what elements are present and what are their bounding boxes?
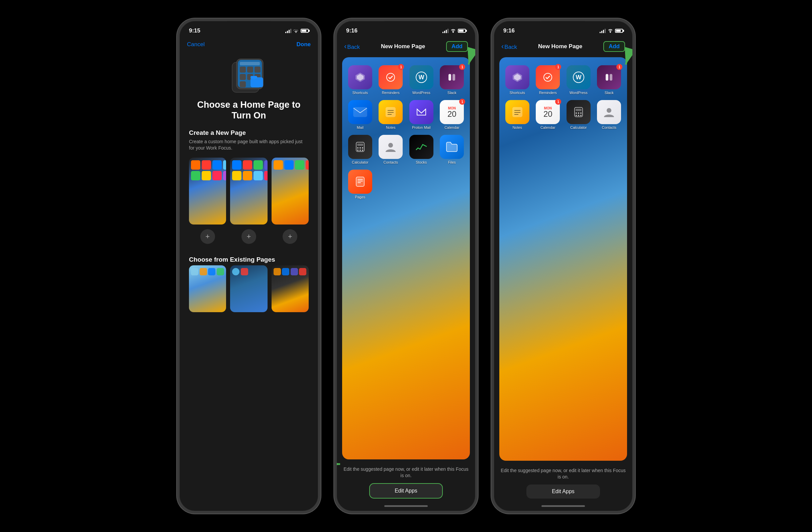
app-wordpress-2[interactable]: W WordPress — [409, 65, 434, 95]
phone-2: 9:16 Back New Home Page Add — [334, 18, 478, 514]
home-screen-apps-2: Shortcuts 1 Reminders W WordPress — [342, 57, 470, 204]
svg-text:W: W — [576, 74, 581, 81]
status-icons-2 — [443, 28, 466, 33]
add-page-2[interactable]: + — [230, 227, 267, 244]
svg-point-58 — [578, 115, 579, 116]
svg-rect-20 — [448, 74, 451, 81]
edit-apps-button-3[interactable]: Edit Apps — [526, 485, 600, 499]
app-reminders-2[interactable]: 1 Reminders — [378, 65, 404, 95]
status-icons-3 — [600, 28, 623, 33]
home-screen-preview-3: Shortcuts 1 Reminders W WordPress — [499, 57, 627, 461]
svg-rect-6 — [255, 67, 261, 73]
add-button-3[interactable]: Add — [603, 41, 625, 52]
add-page-3[interactable]: + — [272, 227, 309, 244]
bottom-info-2: Edit the suggested page now, or edit it … — [337, 462, 475, 483]
time-1: 9:15 — [189, 27, 200, 34]
app-pages-2[interactable]: Pages — [347, 170, 373, 199]
app-slack-3[interactable]: 1 Slack — [597, 65, 622, 95]
phone-3: 9:16 Back New Home Page Add — [491, 18, 635, 514]
battery-icon-1 — [301, 29, 309, 33]
existing-section-title: Choose from Existing Pages — [189, 256, 309, 263]
svg-rect-7 — [240, 74, 246, 80]
svg-rect-36 — [356, 177, 364, 186]
create-section-desc: Create a custom home page built with app… — [189, 139, 309, 152]
status-bar-2: 9:16 — [337, 21, 475, 39]
svg-point-55 — [578, 112, 579, 114]
time-2: 9:16 — [346, 27, 358, 34]
app-calendar-2[interactable]: 1 MON 20 Calendar — [439, 100, 465, 129]
svg-rect-37 — [358, 179, 363, 180]
existing-thumb-3[interactable] — [272, 265, 309, 312]
app-slack-2[interactable]: 1 Slack — [439, 65, 465, 95]
nav-title-3: New Home Page — [538, 43, 582, 50]
svg-point-32 — [357, 149, 359, 151]
nav-title-2: New Home Page — [381, 43, 425, 50]
app-notes-2[interactable]: Notes — [378, 100, 404, 129]
app-calendar-3[interactable]: 1 MON 20 Calendar — [535, 100, 561, 129]
app-wordpress-3[interactable]: W WordPress — [566, 65, 591, 95]
app-contacts-2[interactable]: Contacts — [378, 135, 404, 164]
svg-rect-10 — [240, 81, 246, 87]
svg-rect-38 — [358, 181, 363, 181]
app-reminders-3[interactable]: 1 Reminders — [535, 65, 561, 95]
time-3: 9:16 — [503, 27, 515, 34]
svg-point-29 — [357, 147, 359, 148]
app-shortcuts-2[interactable]: Shortcuts — [347, 65, 373, 95]
phone1-content: Choose a Home Page to Turn On Create a N… — [179, 51, 318, 511]
status-icons-1 — [285, 28, 309, 33]
svg-point-59 — [580, 115, 582, 116]
home-screen-apps-3: Shortcuts 1 Reminders W WordPress — [499, 57, 627, 135]
create-section-title: Create a New Page — [189, 129, 309, 136]
home-screen-preview-2: Shortcuts 1 Reminders W WordPress — [342, 57, 470, 459]
svg-rect-12 — [250, 76, 257, 78]
app-mail-2[interactable]: Mail — [347, 100, 373, 129]
page-thumb-2[interactable] — [230, 158, 267, 225]
svg-point-60 — [607, 108, 611, 113]
add-button-2[interactable]: Add — [446, 41, 468, 52]
svg-point-31 — [362, 147, 363, 148]
svg-point-54 — [576, 112, 577, 114]
add-page-1[interactable]: + — [189, 227, 226, 244]
page-thumb-1[interactable] — [189, 158, 226, 225]
nav-bar-2: Back New Home Page Add — [337, 39, 475, 55]
existing-section: Choose from Existing Pages — [189, 256, 309, 312]
phone2-home-content: Shortcuts 1 Reminders W WordPress — [337, 55, 475, 511]
signal-icon-1 — [285, 28, 291, 33]
existing-thumbs — [189, 265, 309, 312]
app-calculator-3[interactable]: Calculator — [566, 100, 591, 129]
back-button-3[interactable]: Back — [501, 42, 517, 51]
app-files-2[interactable]: Files — [439, 135, 465, 164]
page-thumb-3[interactable] — [272, 158, 309, 225]
wifi-icon-3 — [608, 29, 613, 33]
phone-1: 9:15 Cancel Done — [177, 18, 321, 514]
battery-icon-2 — [458, 29, 466, 33]
app-notes-3[interactable]: Notes — [505, 100, 530, 129]
app-protonmail-2[interactable]: Proton Mail — [409, 100, 434, 129]
done-button[interactable]: Done — [296, 41, 311, 48]
cancel-button[interactable]: Cancel — [187, 41, 205, 48]
edit-apps-button-2[interactable]: Edit Apps — [369, 483, 443, 499]
wifi-icon-2 — [450, 29, 456, 33]
app-shortcuts-3[interactable]: Shortcuts — [505, 65, 530, 95]
svg-rect-28 — [357, 144, 363, 146]
svg-point-35 — [388, 143, 393, 147]
app-contacts-3[interactable]: Contacts — [597, 100, 622, 129]
svg-point-57 — [576, 115, 577, 116]
svg-rect-11 — [250, 77, 263, 87]
svg-text:W: W — [418, 74, 424, 81]
page-thumbnails — [189, 158, 309, 225]
existing-thumb-1[interactable] — [189, 265, 226, 312]
nav-bar-1: Cancel Done — [179, 39, 318, 51]
app-calculator-2[interactable]: Calculator — [347, 135, 373, 164]
app-stocks-2[interactable]: Stocks — [409, 135, 434, 164]
home-page-icon — [230, 57, 267, 94]
svg-point-34 — [362, 149, 363, 151]
phone1-title: Choose a Home Page to Turn On — [189, 99, 309, 121]
svg-rect-3 — [240, 62, 260, 65]
status-bar-1: 9:15 — [179, 21, 318, 39]
home-indicator-3 — [541, 505, 585, 507]
existing-thumb-2[interactable] — [230, 265, 267, 312]
svg-point-30 — [360, 147, 361, 148]
svg-rect-4 — [240, 67, 246, 73]
back-button-2[interactable]: Back — [344, 42, 360, 51]
